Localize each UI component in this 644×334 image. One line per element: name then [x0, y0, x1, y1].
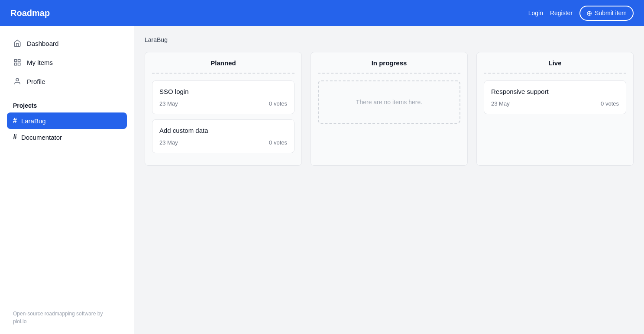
column-live: Live Responsive support 23 May 0 votes	[476, 52, 634, 166]
svg-rect-1	[18, 59, 20, 61]
column-in-progress-header: In progress	[318, 59, 460, 74]
card-sso-login-title: SSO login	[159, 88, 287, 95]
hash-icon-larabug: #	[13, 117, 17, 125]
in-progress-empty-state: There are no items here.	[318, 80, 460, 124]
main-layout: Dashboard My items Profile Projects # La…	[0, 26, 644, 334]
header-actions: Login Register ⊕ Submit item	[528, 6, 634, 21]
sidebar-item-dashboard-label: Dashboard	[27, 40, 58, 47]
card-sso-login[interactable]: SSO login 23 May 0 votes	[152, 80, 294, 114]
sidebar-nav: Dashboard My items Profile	[7, 35, 127, 90]
plus-circle-icon: ⊕	[586, 9, 592, 17]
sidebar-project-documentator-label: Documentator	[21, 134, 62, 141]
card-responsive-support-votes: 0 votes	[601, 100, 619, 107]
sidebar-item-my-items[interactable]: My items	[7, 54, 127, 71]
kanban-board: Planned SSO login 23 May 0 votes Add cus…	[145, 52, 634, 166]
app-logo: Roadmap	[10, 8, 50, 18]
sidebar-footer: Open-source roadmapping software by ploi…	[7, 310, 127, 325]
grid-icon	[13, 58, 22, 67]
column-live-header: Live	[484, 59, 626, 74]
breadcrumb: LaraBug	[145, 36, 634, 43]
column-planned: Planned SSO login 23 May 0 votes Add cus…	[145, 52, 302, 166]
sidebar-item-profile[interactable]: Profile	[7, 73, 127, 90]
footer-text-line2: ploi.io	[13, 318, 26, 324]
svg-point-4	[16, 78, 19, 81]
card-sso-login-date: 23 May	[159, 100, 178, 107]
sidebar-item-dashboard[interactable]: Dashboard	[7, 35, 127, 52]
card-add-custom-data-date: 23 May	[159, 139, 178, 146]
column-planned-header: Planned	[152, 59, 294, 74]
submit-item-button[interactable]: ⊕ Submit item	[579, 6, 634, 21]
card-responsive-support[interactable]: Responsive support 23 May 0 votes	[484, 80, 626, 114]
svg-rect-0	[14, 59, 16, 61]
sidebar-project-documentator[interactable]: # Documentator	[7, 129, 127, 145]
login-button[interactable]: Login	[528, 10, 543, 16]
svg-rect-3	[18, 63, 20, 65]
register-button[interactable]: Register	[550, 10, 573, 16]
card-sso-login-votes: 0 votes	[269, 100, 287, 107]
home-icon	[13, 39, 22, 48]
app-header: Roadmap Login Register ⊕ Submit item	[0, 0, 644, 26]
user-icon	[13, 77, 22, 86]
footer-text-line1: Open-source roadmapping software by	[13, 311, 103, 317]
svg-rect-2	[14, 63, 16, 65]
card-add-custom-data-votes: 0 votes	[269, 139, 287, 146]
card-responsive-support-title: Responsive support	[491, 88, 619, 95]
sidebar-item-my-items-label: My items	[27, 59, 53, 66]
sidebar-item-profile-label: Profile	[27, 78, 45, 85]
main-content: LaraBug Planned SSO login 23 May 0 votes…	[134, 26, 644, 334]
sidebar-project-larabug[interactable]: # LaraBug	[7, 112, 127, 129]
sidebar-project-larabug-label: LaraBug	[21, 117, 46, 125]
card-add-custom-data[interactable]: Add custom data 23 May 0 votes	[152, 119, 294, 153]
column-in-progress: In progress There are no items here.	[311, 52, 468, 166]
sidebar: Dashboard My items Profile Projects # La…	[0, 26, 134, 334]
hash-icon-documentator: #	[13, 133, 17, 141]
card-responsive-support-date: 23 May	[491, 100, 510, 107]
card-add-custom-data-title: Add custom data	[159, 127, 287, 134]
projects-section-label: Projects	[7, 100, 127, 112]
